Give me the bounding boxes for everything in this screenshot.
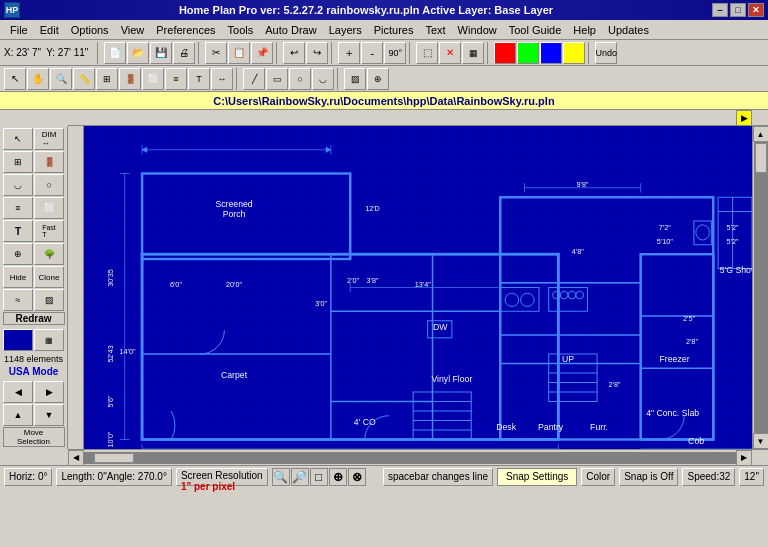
vertical-scrollbar[interactable]: ▲ ▼ xyxy=(752,126,768,449)
menu-item-options[interactable]: Options xyxy=(65,23,115,37)
zoom-out-tb[interactable]: - xyxy=(361,42,383,64)
blueprint-canvas[interactable]: Screened Porch Carpet Vinyl Floor Desk P… xyxy=(84,126,752,449)
close-button[interactable]: ✕ xyxy=(748,3,764,17)
zoom-btn-2[interactable]: 🔎 xyxy=(291,468,309,486)
group-btn[interactable]: ▦ xyxy=(462,42,484,64)
menu-item-window[interactable]: Window xyxy=(452,23,503,37)
menu-item-auto draw[interactable]: Auto Draw xyxy=(259,23,322,37)
move-lt4-btn[interactable]: ▼ xyxy=(34,404,64,426)
menu-item-edit[interactable]: Edit xyxy=(34,23,65,37)
arc-btn[interactable]: ◡ xyxy=(312,68,334,90)
scroll-up-button[interactable]: ▲ xyxy=(753,126,769,142)
zoom-in-tb[interactable]: + xyxy=(338,42,360,64)
tree-lt-btn[interactable]: 🌳 xyxy=(34,243,64,265)
new-button[interactable]: 📄 xyxy=(104,42,126,64)
arc-lt-btn[interactable]: ◡ xyxy=(3,174,33,196)
circle-btn[interactable]: ○ xyxy=(289,68,311,90)
zoom-btn-3[interactable]: □ xyxy=(310,468,328,486)
select-btn[interactable]: ⬚ xyxy=(416,42,438,64)
move-lt2-btn[interactable]: ▶ xyxy=(34,381,64,403)
length-label: Length: 0" xyxy=(61,471,106,482)
select-arrow-btn[interactable]: ↖ xyxy=(3,128,33,150)
delete-btn[interactable]: ✕ xyxy=(439,42,461,64)
color1-btn[interactable] xyxy=(494,42,516,64)
wall-btn[interactable]: ⊞ xyxy=(96,68,118,90)
scroll-right-button[interactable]: ▶ xyxy=(736,450,752,466)
sym-btn[interactable]: ⊕ xyxy=(367,68,389,90)
wave-lt-btn[interactable]: ≈ xyxy=(3,289,33,311)
window-btn[interactable]: ⬜ xyxy=(142,68,164,90)
h-scroll-track xyxy=(84,452,736,464)
fill-btn[interactable]: ▨ xyxy=(344,68,366,90)
main-area: ▶ // Ruler will be drawn by JS below ↖ D… xyxy=(0,110,768,465)
menu-item-pictures[interactable]: Pictures xyxy=(368,23,420,37)
text-lt-btn[interactable]: T xyxy=(3,220,33,242)
door-lt-btn[interactable]: 🚪 xyxy=(34,151,64,173)
rect-btn[interactable]: ▭ xyxy=(266,68,288,90)
svg-text:Freezer: Freezer xyxy=(660,354,690,364)
h-scroll-thumb[interactable] xyxy=(94,453,134,463)
line-btn[interactable]: ╱ xyxy=(243,68,265,90)
stair-lt-btn[interactable]: ≡ xyxy=(3,197,33,219)
scroll-corner-button[interactable]: ▶ xyxy=(736,110,752,126)
redraw-button[interactable]: Redraw xyxy=(3,312,65,325)
zoom-area-btn[interactable]: 🔍 xyxy=(50,68,72,90)
clone-lt-btn[interactable]: Clone xyxy=(34,266,64,288)
menu-item-help[interactable]: Help xyxy=(567,23,602,37)
minimize-button[interactable]: – xyxy=(712,3,728,17)
move-lt1-btn[interactable]: ◀ xyxy=(3,381,33,403)
window-lt-btn[interactable]: ⬜ xyxy=(34,197,64,219)
color-button[interactable]: Color xyxy=(581,468,615,486)
circle-lt-btn[interactable]: ○ xyxy=(34,174,64,196)
open-button[interactable]: 📂 xyxy=(127,42,149,64)
text-btn[interactable]: T xyxy=(188,68,210,90)
maximize-button[interactable]: □ xyxy=(730,3,746,17)
cut-button[interactable]: ✂ xyxy=(205,42,227,64)
zoom-btn-4[interactable]: ⊕ xyxy=(329,468,347,486)
snap-status: Snap is Off xyxy=(619,468,678,486)
stair-btn[interactable]: ≡ xyxy=(165,68,187,90)
print-button[interactable]: 🖨 xyxy=(173,42,195,64)
snap-settings-button[interactable]: Snap Settings xyxy=(497,468,577,486)
door-btn[interactable]: 🚪 xyxy=(119,68,141,90)
scroll-left-button[interactable]: ◀ xyxy=(68,450,84,466)
redo-button[interactable]: ↪ xyxy=(306,42,328,64)
pan-btn[interactable]: ✋ xyxy=(27,68,49,90)
undo2-btn[interactable]: Undo xyxy=(595,42,617,64)
paste-button[interactable]: 📌 xyxy=(251,42,273,64)
undo-button[interactable]: ↩ xyxy=(283,42,305,64)
copy-button[interactable]: 📋 xyxy=(228,42,250,64)
menu-item-tools[interactable]: Tools xyxy=(222,23,260,37)
scroll-down-button[interactable]: ▼ xyxy=(753,433,769,449)
zoom-btn-5[interactable]: ⊗ xyxy=(348,468,366,486)
menu-item-layers[interactable]: Layers xyxy=(323,23,368,37)
horizontal-scrollbar[interactable]: ◀ ▶ xyxy=(68,449,768,465)
move-selection-btn[interactable]: Move Selection xyxy=(3,427,65,447)
wall-lt-btn[interactable]: ⊞ xyxy=(3,151,33,173)
measure-btn[interactable]: 📏 xyxy=(73,68,95,90)
menu-item-tool guide[interactable]: Tool Guide xyxy=(503,23,568,37)
pointer-btn[interactable]: ↖ xyxy=(4,68,26,90)
pattern-btn[interactable]: ▦ xyxy=(34,329,64,351)
color3-btn[interactable] xyxy=(540,42,562,64)
hide-lt-btn[interactable]: Hide xyxy=(3,266,33,288)
usa-mode-btn[interactable]: USA Mode xyxy=(9,366,59,377)
menu-item-view[interactable]: View xyxy=(115,23,151,37)
color2-btn[interactable] xyxy=(517,42,539,64)
dim-btn[interactable]: ↔ xyxy=(211,68,233,90)
menu-item-file[interactable]: File xyxy=(4,23,34,37)
fasttext-lt-btn[interactable]: FastT xyxy=(34,220,64,242)
menu-item-text[interactable]: Text xyxy=(419,23,451,37)
move-lt3-btn[interactable]: ▲ xyxy=(3,404,33,426)
menu-item-updates[interactable]: Updates xyxy=(602,23,655,37)
zoom-btn-1[interactable]: 🔍 xyxy=(272,468,290,486)
color4-btn[interactable] xyxy=(563,42,585,64)
rotate90-btn[interactable]: 90° xyxy=(384,42,406,64)
scroll-thumb[interactable] xyxy=(755,143,767,173)
fill-lt-btn[interactable]: ▨ xyxy=(34,289,64,311)
dim-left-btn[interactable]: DIM↔ xyxy=(34,128,64,150)
menu-item-preferences[interactable]: Preferences xyxy=(150,23,221,37)
speed-value: 32 xyxy=(719,471,730,482)
symbol-lt-btn[interactable]: ⊕ xyxy=(3,243,33,265)
save-button[interactable]: 💾 xyxy=(150,42,172,64)
